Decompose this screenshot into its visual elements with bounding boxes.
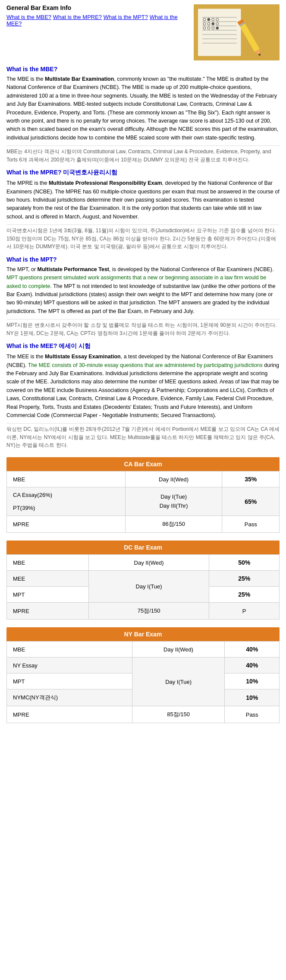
mee-title: What is the MEE? 에세이 시험: [6, 342, 280, 350]
mee-section: What is the MEE? 에세이 시험 The MEE is the M…: [6, 342, 280, 449]
mpt-korean: MPT시험은 변호사로서 갖추어야 할 소장 및 법률메모 작성을 테스트 하는…: [6, 319, 280, 337]
ca-row-essay-pt: CA Essay(26%)PT(39%) Day I(Tue)Day III(T…: [7, 487, 280, 516]
ca-bar-table: MBE Day II(Wed) 35% CA Essay(26%)PT(39%)…: [6, 471, 280, 533]
svg-rect-1: [198, 9, 241, 56]
ny-essay-mpt-nymc-day: Day I(Tue): [132, 658, 225, 706]
dc-row-mpre: MPRE 75점/150 P: [7, 603, 280, 620]
ny-mbe-label: MBE: [7, 642, 132, 658]
mpt-section: What is the MPT? The MPT, or Multistate …: [6, 256, 280, 337]
ny-row-essay: NY Essay Day I(Tue) 40%: [7, 658, 280, 673]
ny-nymc-label: NYMC(NY객관식): [7, 689, 132, 706]
ny-essay-label: NY Essay: [7, 658, 132, 673]
mpre-korean: 미국변호사시험은 1년에 3회(3월, 8월, 11월)의 시험이 있으며, 주…: [6, 224, 280, 251]
ny-essay-pct: 40%: [225, 658, 280, 673]
mpt-body: The MPT, or Multistate Performance Test,…: [6, 266, 280, 316]
dc-mee-mpt-day: Day I(Tue): [88, 571, 209, 603]
ca-bar-section: CA Bar Exam MBE Day II(Wed) 35% CA Essay…: [6, 457, 280, 533]
svg-point-10: [207, 18, 210, 21]
nav-links: What is the MBE? What is the MPRE? What …: [6, 14, 194, 27]
mbe-section: What is the MBE? The MBE is the Multista…: [6, 66, 280, 164]
mpre-body: The MPRE is the Multistate Professional …: [6, 179, 280, 221]
link-mpre[interactable]: What is the MPRE?: [53, 14, 102, 20]
svg-point-20: [216, 27, 219, 29]
ca-row-mbe: MBE Day II(Wed) 35%: [7, 471, 280, 487]
ca-mbe-label: MBE: [7, 471, 126, 487]
mbe-korean: MBE는 4지선다 객관식 시험이며 Constitutional Law, C…: [6, 145, 280, 164]
mee-korean: 워싱턴 DC, 일리노이(IL)를 비롯한 28개주(2012년 7월 기준)에…: [6, 423, 280, 449]
dc-mbe-label: MBE: [7, 555, 89, 571]
ny-mpt-label: MPT: [7, 673, 132, 689]
ny-mpt-pct: 10%: [225, 673, 280, 689]
dc-bar-section: DC Bar Exam MBE Day II(Wed) 50% MEE Day …: [6, 541, 280, 620]
ny-row-mpre: MPRE 85점/150 Pass: [7, 706, 280, 723]
header-left: General Bar Exam Info What is the MBE? W…: [6, 4, 194, 27]
page-title: General Bar Exam Info: [6, 4, 194, 11]
ca-row-mpre: MPRE 86점/150 Pass: [7, 516, 280, 533]
ca-mpre-result: Pass: [222, 516, 280, 533]
mbe-body: The MBE is the Multistate Bar Examinatio…: [6, 75, 280, 142]
link-mbe[interactable]: What is the MBE?: [6, 14, 51, 20]
dc-bar-header: DC Bar Exam: [6, 541, 280, 554]
mpre-section: What is the MPRE? 미국변호사윤리시험 The MPRE is …: [6, 169, 280, 251]
mpt-title: What is the MPT?: [6, 256, 280, 263]
dc-mee-pct: 25%: [209, 571, 280, 587]
ca-bar-header: CA Bar Exam: [6, 457, 280, 471]
page-wrapper: General Bar Exam Info What is the MBE? W…: [0, 0, 286, 735]
ny-mpre-result: Pass: [225, 706, 280, 723]
header-image: [194, 4, 280, 60]
mpre-title: What is the MPRE? 미국변호사윤리시험: [6, 169, 280, 177]
ny-mbe-day: Day II(Wed): [132, 642, 225, 658]
svg-point-15: [212, 22, 214, 25]
ny-bar-header: NY Bar Exam: [6, 627, 280, 641]
ca-essay-pt-day: Day I(Tue)Day III(Thr): [125, 487, 222, 516]
dc-mpt-pct: 25%: [209, 587, 280, 603]
ca-essay-pt-label: CA Essay(26%)PT(39%): [7, 487, 126, 516]
ny-mbe-pct: 40%: [225, 642, 280, 658]
dc-mpre-result: P: [209, 603, 280, 620]
dc-mbe-day: Day II(Wed): [88, 555, 209, 571]
ny-mpre-score: 85점/150: [132, 706, 225, 723]
mee-body: The MEE is the Multistate Essay Examinat…: [6, 353, 280, 420]
dc-mee-label: MEE: [7, 571, 89, 587]
dc-mbe-pct: 50%: [209, 555, 280, 571]
dc-mpre-score: 75점/150: [88, 603, 209, 620]
ny-row-mbe: MBE Day II(Wed) 40%: [7, 642, 280, 658]
link-mpt[interactable]: What is the MPT?: [104, 14, 148, 20]
dc-mpt-label: MPT: [7, 587, 89, 603]
ca-mpre-label: MPRE: [7, 516, 126, 533]
mbe-title: What is the MBE?: [6, 66, 280, 73]
ny-nymc-pct: 10%: [225, 689, 280, 706]
ca-mpre-score: 86점/150: [125, 516, 222, 533]
dc-mpre-label: MPRE: [7, 603, 89, 620]
ny-bar-section: NY Bar Exam MBE Day II(Wed) 40% NY Essay…: [6, 627, 280, 723]
ny-bar-table: MBE Day II(Wed) 40% NY Essay Day I(Tue) …: [6, 641, 280, 723]
ca-mbe-day: Day II(Wed): [125, 471, 222, 487]
header-section: General Bar Exam Info What is the MBE? W…: [6, 4, 280, 60]
ca-essay-pt-pct: 65%: [222, 487, 280, 516]
ny-mpre-label: MPRE: [7, 706, 132, 723]
dc-row-mee: MEE Day I(Tue) 25%: [7, 571, 280, 587]
dc-row-mbe: MBE Day II(Wed) 50%: [7, 555, 280, 571]
ca-mbe-pct: 35%: [222, 471, 280, 487]
dc-bar-table: MBE Day II(Wed) 50% MEE Day I(Tue) 25% M…: [6, 554, 280, 620]
